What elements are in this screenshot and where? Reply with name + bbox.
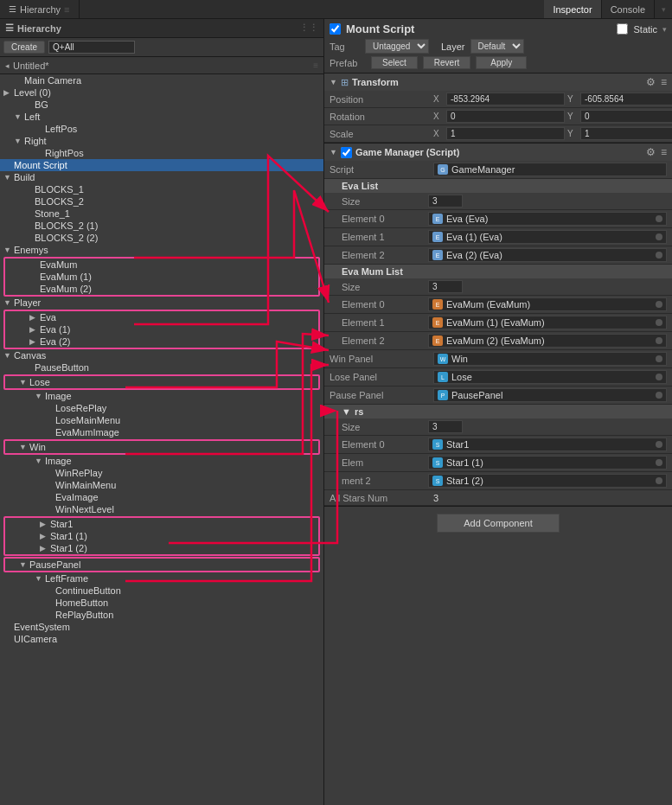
- tree-item-blocks2-2[interactable]: BLOCKS_2 (2): [0, 232, 323, 244]
- evamum-element-0: Element 0 E EvaMum (EvaMum): [324, 296, 672, 314]
- tree-item-eva2[interactable]: Eva (2): [5, 335, 318, 348]
- tree-item-uicamera[interactable]: UICamera: [0, 633, 323, 645]
- tree-item-image-lose[interactable]: Image: [0, 390, 323, 402]
- tree-item-winreplay[interactable]: WinRePlay: [0, 467, 323, 479]
- add-component-button[interactable]: Add Component: [437, 514, 560, 533]
- game-manager-header[interactable]: ▼ Game Manager (Script) ⚙ ≡: [324, 144, 672, 161]
- tree-item-win[interactable]: Win: [5, 441, 318, 453]
- position-x[interactable]: [446, 93, 565, 105]
- apply-button[interactable]: Apply: [476, 56, 527, 69]
- inspector-tab[interactable]: Inspector: [544, 0, 601, 18]
- arrow-star1-2[interactable]: [40, 544, 50, 553]
- tree-item-evamum2[interactable]: EvaMum (2): [5, 283, 318, 295]
- tree-item-pausebutton[interactable]: PauseButton: [0, 361, 323, 374]
- tree-item-leftframe[interactable]: LeftFrame: [0, 572, 323, 585]
- arrow-enemys[interactable]: [3, 246, 14, 254]
- transform-header[interactable]: ▼ ⊞ Transform ⚙ ≡: [324, 73, 672, 91]
- arrow-win[interactable]: [19, 443, 29, 451]
- tree-item-build[interactable]: Build: [0, 171, 323, 183]
- scale-y[interactable]: [580, 127, 672, 140]
- tree-item-blocks2[interactable]: BLOCKS_2: [0, 195, 323, 208]
- eva-mum-size-input[interactable]: [428, 280, 463, 293]
- tree-item-losemainmenu[interactable]: LoseMainMenu: [0, 414, 323, 426]
- eva-list-size-input[interactable]: [428, 195, 463, 208]
- game-manager-menu-icon[interactable]: ≡: [661, 146, 667, 158]
- lose-panel-label: Lose Panel: [330, 372, 433, 382]
- game-manager-settings-icon[interactable]: ⚙: [646, 146, 656, 158]
- arrow-eva1[interactable]: [29, 325, 40, 334]
- hierarchy-toolbar: Create: [0, 38, 323, 57]
- arrow-left[interactable]: [14, 112, 24, 121]
- tree-item-winmainmenu[interactable]: WinMainMenu: [0, 479, 323, 491]
- layer-select[interactable]: Default: [470, 39, 524, 54]
- tree-item-star1-2[interactable]: Star1 (2): [5, 542, 318, 554]
- arrow-image-lose[interactable]: [35, 392, 45, 400]
- arrow-build[interactable]: [3, 173, 14, 182]
- tree-item-replaybutton[interactable]: RePlayButton: [0, 609, 323, 621]
- tree-item-continuebutton[interactable]: ContinueButton: [0, 585, 323, 597]
- tree-item-canvas[interactable]: Canvas: [0, 349, 323, 361]
- tree-item-pausepanel[interactable]: PausePanel: [5, 559, 318, 571]
- hierarchy-icon: ☰: [9, 4, 16, 14]
- arrow-leftframe[interactable]: [35, 574, 45, 583]
- eva-elem1-icon: E: [432, 232, 443, 242]
- object-active-checkbox[interactable]: [330, 23, 341, 35]
- tree-item-evamum1[interactable]: EvaMum (1): [5, 271, 318, 283]
- tree-item-leftpos[interactable]: LeftPos: [0, 123, 323, 135]
- rotation-y[interactable]: [580, 110, 672, 123]
- scale-x[interactable]: [446, 127, 565, 140]
- tree-item-lose[interactable]: Lose: [5, 376, 318, 388]
- tree-item-left[interactable]: Left: [0, 111, 323, 123]
- revert-button[interactable]: Revert: [423, 56, 470, 69]
- arrow-image-win[interactable]: [35, 457, 45, 465]
- hierarchy-tab[interactable]: ☰ Hierarchy ≡: [0, 0, 80, 18]
- tree-item-bg[interactable]: BG: [0, 99, 323, 111]
- tree-item-blocks2-1[interactable]: BLOCKS_2 (1): [0, 220, 323, 232]
- tree-item-evamum[interactable]: EvaMum: [5, 259, 318, 271]
- tree-item-winnextlevel[interactable]: WinNextLevel: [0, 503, 323, 515]
- tree-item-enemys[interactable]: Enemys: [0, 244, 323, 256]
- arrow-lose[interactable]: [19, 378, 29, 387]
- tag-select[interactable]: Untagged: [365, 39, 429, 54]
- select-button[interactable]: Select: [371, 56, 418, 69]
- arrow-star1-1[interactable]: [40, 532, 50, 540]
- tree-item-homebutton[interactable]: HomeButton: [0, 597, 323, 609]
- tree-item-star1[interactable]: Star1: [5, 518, 318, 530]
- tree-item-stone1[interactable]: Stone_1: [0, 208, 323, 220]
- arrow-eva[interactable]: [29, 313, 40, 322]
- static-checkbox[interactable]: [617, 23, 628, 35]
- position-y[interactable]: [580, 93, 672, 105]
- tree-item-level[interactable]: Level (0): [0, 86, 323, 99]
- tree-item-right[interactable]: Right: [0, 135, 323, 147]
- stars-label: rs: [355, 406, 363, 417]
- tree-item-star1-1[interactable]: Star1 (1): [5, 530, 318, 542]
- console-tab[interactable]: Console: [602, 0, 655, 18]
- search-input[interactable]: [48, 41, 135, 54]
- tree-item-eventsystem[interactable]: EventSystem: [0, 621, 323, 633]
- transform-settings-icon[interactable]: ⚙: [646, 76, 656, 88]
- transform-menu-icon[interactable]: ≡: [661, 76, 667, 88]
- arrow-level[interactable]: [3, 88, 14, 97]
- tree-item-rightpos[interactable]: RightPos: [0, 147, 323, 159]
- create-button[interactable]: Create: [3, 41, 45, 54]
- arrow-pausepanel[interactable]: [19, 560, 29, 569]
- tree-item-main-camera[interactable]: Main Camera: [0, 74, 323, 86]
- arrow-right[interactable]: [14, 137, 24, 145]
- arrow-canvas[interactable]: [3, 351, 14, 360]
- tree-item-eva1[interactable]: Eva (1): [5, 323, 318, 335]
- arrow-star1[interactable]: [40, 520, 50, 528]
- arrow-eva2[interactable]: [29, 337, 40, 346]
- object-name: Mount Script: [346, 22, 611, 35]
- stars-size-input[interactable]: [428, 420, 463, 433]
- rotation-x[interactable]: [446, 110, 565, 123]
- arrow-player[interactable]: [3, 298, 14, 307]
- tree-item-blocks1[interactable]: BLOCKS_1: [0, 183, 323, 195]
- game-manager-enabled-checkbox[interactable]: [341, 147, 352, 158]
- tree-item-mount-script[interactable]: Mount Script: [0, 159, 323, 171]
- tree-item-losereplay[interactable]: LoseRePlay: [0, 402, 323, 414]
- tree-item-eva[interactable]: Eva: [5, 311, 318, 323]
- tree-item-evaimage[interactable]: EvaImage: [0, 491, 323, 503]
- tree-item-evamumimage[interactable]: EvaMumImage: [0, 426, 323, 438]
- tree-item-image-win[interactable]: Image: [0, 455, 323, 467]
- tree-item-player[interactable]: Player: [0, 297, 323, 309]
